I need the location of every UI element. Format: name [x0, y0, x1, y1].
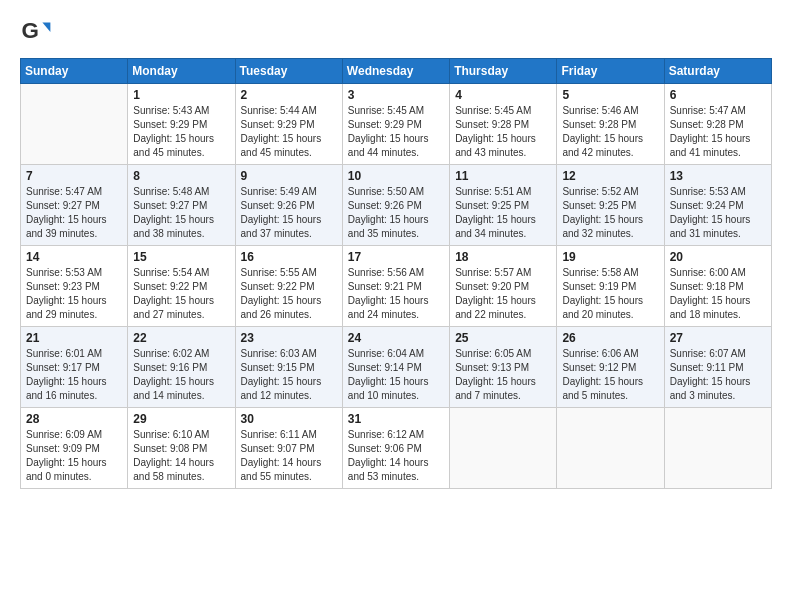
day-info: Sunrise: 6:03 AM Sunset: 9:15 PM Dayligh…: [241, 347, 337, 403]
day-info: Sunrise: 6:10 AM Sunset: 9:08 PM Dayligh…: [133, 428, 229, 484]
calendar-header: SundayMondayTuesdayWednesdayThursdayFrid…: [21, 59, 772, 84]
day-info: Sunrise: 5:53 AM Sunset: 9:24 PM Dayligh…: [670, 185, 766, 241]
calendar-cell: 13Sunrise: 5:53 AM Sunset: 9:24 PM Dayli…: [664, 165, 771, 246]
calendar-week-row: 1Sunrise: 5:43 AM Sunset: 9:29 PM Daylig…: [21, 84, 772, 165]
day-info: Sunrise: 5:53 AM Sunset: 9:23 PM Dayligh…: [26, 266, 122, 322]
calendar-cell: 26Sunrise: 6:06 AM Sunset: 9:12 PM Dayli…: [557, 327, 664, 408]
calendar-cell: 24Sunrise: 6:04 AM Sunset: 9:14 PM Dayli…: [342, 327, 449, 408]
calendar-cell: 11Sunrise: 5:51 AM Sunset: 9:25 PM Dayli…: [450, 165, 557, 246]
calendar-cell: 23Sunrise: 6:03 AM Sunset: 9:15 PM Dayli…: [235, 327, 342, 408]
calendar-cell: 12Sunrise: 5:52 AM Sunset: 9:25 PM Dayli…: [557, 165, 664, 246]
day-number: 11: [455, 169, 551, 183]
calendar-cell: 1Sunrise: 5:43 AM Sunset: 9:29 PM Daylig…: [128, 84, 235, 165]
day-info: Sunrise: 6:09 AM Sunset: 9:09 PM Dayligh…: [26, 428, 122, 484]
day-info: Sunrise: 6:11 AM Sunset: 9:07 PM Dayligh…: [241, 428, 337, 484]
day-number: 14: [26, 250, 122, 264]
day-number: 29: [133, 412, 229, 426]
calendar-cell: [21, 84, 128, 165]
weekday-header-monday: Monday: [128, 59, 235, 84]
calendar-cell: 15Sunrise: 5:54 AM Sunset: 9:22 PM Dayli…: [128, 246, 235, 327]
day-info: Sunrise: 6:01 AM Sunset: 9:17 PM Dayligh…: [26, 347, 122, 403]
calendar-cell: 5Sunrise: 5:46 AM Sunset: 9:28 PM Daylig…: [557, 84, 664, 165]
day-info: Sunrise: 5:46 AM Sunset: 9:28 PM Dayligh…: [562, 104, 658, 160]
calendar-cell: 8Sunrise: 5:48 AM Sunset: 9:27 PM Daylig…: [128, 165, 235, 246]
day-number: 8: [133, 169, 229, 183]
day-info: Sunrise: 5:55 AM Sunset: 9:22 PM Dayligh…: [241, 266, 337, 322]
calendar-cell: 16Sunrise: 5:55 AM Sunset: 9:22 PM Dayli…: [235, 246, 342, 327]
page: G SundayMondayTuesdayWednesdayThursdayFr…: [0, 0, 792, 612]
day-info: Sunrise: 6:12 AM Sunset: 9:06 PM Dayligh…: [348, 428, 444, 484]
calendar-cell: 18Sunrise: 5:57 AM Sunset: 9:20 PM Dayli…: [450, 246, 557, 327]
day-number: 19: [562, 250, 658, 264]
logo: G: [20, 16, 56, 48]
day-number: 9: [241, 169, 337, 183]
svg-marker-1: [42, 22, 50, 32]
weekday-header-saturday: Saturday: [664, 59, 771, 84]
day-info: Sunrise: 5:47 AM Sunset: 9:28 PM Dayligh…: [670, 104, 766, 160]
calendar-cell: 25Sunrise: 6:05 AM Sunset: 9:13 PM Dayli…: [450, 327, 557, 408]
day-number: 10: [348, 169, 444, 183]
calendar-cell: 17Sunrise: 5:56 AM Sunset: 9:21 PM Dayli…: [342, 246, 449, 327]
day-number: 20: [670, 250, 766, 264]
calendar-cell: [450, 408, 557, 489]
day-number: 28: [26, 412, 122, 426]
calendar-week-row: 7Sunrise: 5:47 AM Sunset: 9:27 PM Daylig…: [21, 165, 772, 246]
day-info: Sunrise: 6:05 AM Sunset: 9:13 PM Dayligh…: [455, 347, 551, 403]
day-info: Sunrise: 5:52 AM Sunset: 9:25 PM Dayligh…: [562, 185, 658, 241]
day-info: Sunrise: 6:00 AM Sunset: 9:18 PM Dayligh…: [670, 266, 766, 322]
day-number: 31: [348, 412, 444, 426]
calendar-cell: 9Sunrise: 5:49 AM Sunset: 9:26 PM Daylig…: [235, 165, 342, 246]
calendar-cell: 7Sunrise: 5:47 AM Sunset: 9:27 PM Daylig…: [21, 165, 128, 246]
calendar-week-row: 21Sunrise: 6:01 AM Sunset: 9:17 PM Dayli…: [21, 327, 772, 408]
day-number: 17: [348, 250, 444, 264]
calendar-cell: 6Sunrise: 5:47 AM Sunset: 9:28 PM Daylig…: [664, 84, 771, 165]
day-number: 23: [241, 331, 337, 345]
calendar-cell: 2Sunrise: 5:44 AM Sunset: 9:29 PM Daylig…: [235, 84, 342, 165]
calendar-cell: 29Sunrise: 6:10 AM Sunset: 9:08 PM Dayli…: [128, 408, 235, 489]
weekday-header-sunday: Sunday: [21, 59, 128, 84]
day-info: Sunrise: 5:45 AM Sunset: 9:28 PM Dayligh…: [455, 104, 551, 160]
calendar-week-row: 28Sunrise: 6:09 AM Sunset: 9:09 PM Dayli…: [21, 408, 772, 489]
day-info: Sunrise: 5:50 AM Sunset: 9:26 PM Dayligh…: [348, 185, 444, 241]
day-number: 4: [455, 88, 551, 102]
day-number: 5: [562, 88, 658, 102]
weekday-header-wednesday: Wednesday: [342, 59, 449, 84]
logo-icon: G: [20, 16, 52, 48]
weekday-header-friday: Friday: [557, 59, 664, 84]
day-number: 16: [241, 250, 337, 264]
day-number: 21: [26, 331, 122, 345]
day-number: 1: [133, 88, 229, 102]
day-number: 30: [241, 412, 337, 426]
calendar-cell: 31Sunrise: 6:12 AM Sunset: 9:06 PM Dayli…: [342, 408, 449, 489]
day-number: 3: [348, 88, 444, 102]
day-number: 24: [348, 331, 444, 345]
day-info: Sunrise: 5:56 AM Sunset: 9:21 PM Dayligh…: [348, 266, 444, 322]
calendar-cell: 14Sunrise: 5:53 AM Sunset: 9:23 PM Dayli…: [21, 246, 128, 327]
day-info: Sunrise: 5:51 AM Sunset: 9:25 PM Dayligh…: [455, 185, 551, 241]
calendar-cell: [664, 408, 771, 489]
calendar-cell: 27Sunrise: 6:07 AM Sunset: 9:11 PM Dayli…: [664, 327, 771, 408]
calendar-cell: 10Sunrise: 5:50 AM Sunset: 9:26 PM Dayli…: [342, 165, 449, 246]
day-number: 13: [670, 169, 766, 183]
day-info: Sunrise: 5:45 AM Sunset: 9:29 PM Dayligh…: [348, 104, 444, 160]
calendar-week-row: 14Sunrise: 5:53 AM Sunset: 9:23 PM Dayli…: [21, 246, 772, 327]
day-number: 22: [133, 331, 229, 345]
day-number: 6: [670, 88, 766, 102]
day-info: Sunrise: 5:43 AM Sunset: 9:29 PM Dayligh…: [133, 104, 229, 160]
day-number: 7: [26, 169, 122, 183]
day-number: 26: [562, 331, 658, 345]
day-info: Sunrise: 5:49 AM Sunset: 9:26 PM Dayligh…: [241, 185, 337, 241]
weekday-header-tuesday: Tuesday: [235, 59, 342, 84]
day-number: 15: [133, 250, 229, 264]
weekday-header-thursday: Thursday: [450, 59, 557, 84]
calendar-cell: 4Sunrise: 5:45 AM Sunset: 9:28 PM Daylig…: [450, 84, 557, 165]
day-info: Sunrise: 5:54 AM Sunset: 9:22 PM Dayligh…: [133, 266, 229, 322]
day-info: Sunrise: 5:44 AM Sunset: 9:29 PM Dayligh…: [241, 104, 337, 160]
day-number: 25: [455, 331, 551, 345]
day-info: Sunrise: 5:58 AM Sunset: 9:19 PM Dayligh…: [562, 266, 658, 322]
day-info: Sunrise: 6:04 AM Sunset: 9:14 PM Dayligh…: [348, 347, 444, 403]
calendar-cell: 21Sunrise: 6:01 AM Sunset: 9:17 PM Dayli…: [21, 327, 128, 408]
header: G: [20, 16, 772, 48]
day-info: Sunrise: 6:07 AM Sunset: 9:11 PM Dayligh…: [670, 347, 766, 403]
weekday-row: SundayMondayTuesdayWednesdayThursdayFrid…: [21, 59, 772, 84]
